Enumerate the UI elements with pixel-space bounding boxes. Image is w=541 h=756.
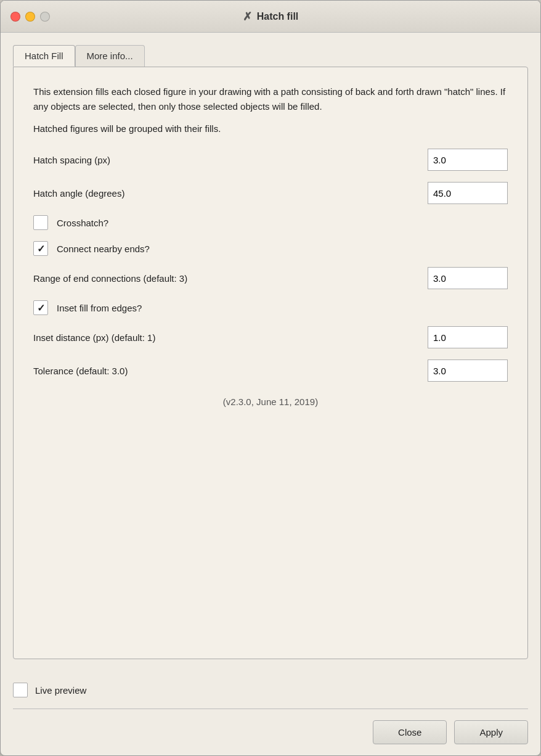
hatch-spacing-label: Hatch spacing (px) <box>33 155 110 165</box>
window-title: ✗ Hatch fill <box>243 10 299 23</box>
live-preview-label: Live preview <box>35 685 86 696</box>
crosshatch-label: Crosshatch? <box>57 218 108 228</box>
range-connections-label: Range of end connections (default: 3) <box>33 273 187 284</box>
close-window-button[interactable] <box>10 12 20 22</box>
live-preview-checkbox[interactable] <box>13 683 28 697</box>
inset-distance-spinbox[interactable]: ▲ ▼ <box>428 326 508 348</box>
close-button[interactable]: Close <box>373 720 447 744</box>
tab-panel-hatch-fill: This extension fills each closed figure … <box>13 67 528 659</box>
tab-bar: Hatch Fill More info... <box>13 45 528 67</box>
connect-nearby-checkmark: ✓ <box>37 243 45 255</box>
hatch-angle-input[interactable] <box>428 183 541 203</box>
inset-fill-label: Inset fill from edges? <box>57 303 142 313</box>
crosshatch-checkbox[interactable] <box>33 215 48 230</box>
inset-fill-checkbox[interactable]: ✓ <box>33 300 48 315</box>
description-paragraph1: This extension fills each closed figure … <box>33 84 508 114</box>
tab-more-info[interactable]: More info... <box>75 45 145 67</box>
apply-button[interactable]: Apply <box>454 720 528 744</box>
inset-fill-checkmark: ✓ <box>37 302 45 314</box>
tab-hatch-fill[interactable]: Hatch Fill <box>13 45 75 67</box>
main-window: ✗ Hatch fill Hatch Fill More info... Thi… <box>0 0 541 756</box>
tolerance-label: Tolerance (default: 3.0) <box>33 366 128 376</box>
inset-distance-row: Inset distance (px) (default: 1) ▲ ▼ <box>33 326 508 348</box>
maximize-window-button[interactable] <box>40 12 50 22</box>
bottom-buttons: Close Apply <box>13 720 528 744</box>
titlebar-buttons <box>10 12 50 22</box>
inset-distance-label: Inset distance (px) (default: 1) <box>33 332 155 343</box>
version-text: (v2.3.0, June 11, 2019) <box>33 396 508 407</box>
connect-nearby-label: Connect nearby ends? <box>57 244 150 254</box>
hatch-angle-spinbox[interactable]: ▲ ▼ <box>428 182 508 204</box>
range-connections-row: Range of end connections (default: 3) ▲ … <box>33 267 508 289</box>
window-icon: ✗ <box>243 10 252 23</box>
hatch-angle-label: Hatch angle (degrees) <box>33 188 124 199</box>
hatch-spacing-spinbox[interactable]: ▲ ▼ <box>428 149 508 171</box>
inset-fill-row: ✓ Inset fill from edges? <box>33 300 508 315</box>
form-section: Hatch spacing (px) ▲ ▼ Hatch angle (degr… <box>33 149 508 382</box>
window-title-text: Hatch fill <box>257 11 299 22</box>
titlebar: ✗ Hatch fill <box>1 1 540 33</box>
connect-nearby-row: ✓ Connect nearby ends? <box>33 241 508 256</box>
hatch-spacing-input[interactable] <box>428 149 541 170</box>
range-connections-spinbox[interactable]: ▲ ▼ <box>428 267 508 289</box>
crosshatch-row: Crosshatch? <box>33 215 508 230</box>
hatch-angle-row: Hatch angle (degrees) ▲ ▼ <box>33 182 508 204</box>
main-content: Hatch Fill More info... This extension f… <box>1 33 540 672</box>
inset-distance-input[interactable] <box>428 327 541 348</box>
range-connections-input[interactable] <box>428 268 541 289</box>
bottom-area: Live preview Close Apply <box>1 672 540 755</box>
tolerance-row: Tolerance (default: 3.0) ▲ ▼ <box>33 360 508 382</box>
minimize-window-button[interactable] <box>25 12 35 22</box>
live-preview-row: Live preview <box>13 683 528 709</box>
tolerance-input[interactable] <box>428 360 541 381</box>
hatch-spacing-row: Hatch spacing (px) ▲ ▼ <box>33 149 508 171</box>
tolerance-spinbox[interactable]: ▲ ▼ <box>428 360 508 382</box>
description-paragraph2: Hatched figures will be grouped with the… <box>33 121 508 136</box>
connect-nearby-checkbox[interactable]: ✓ <box>33 241 48 256</box>
description-block: This extension fills each closed figure … <box>33 84 508 136</box>
